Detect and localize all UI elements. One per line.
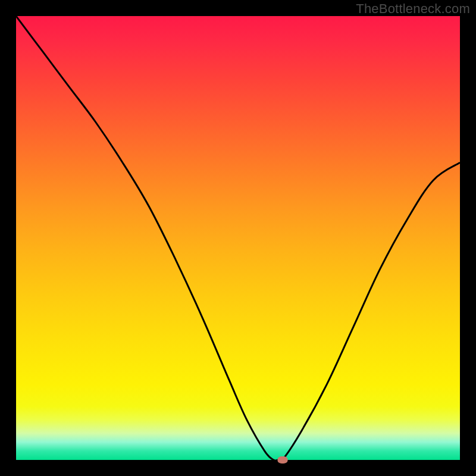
bottleneck-curve-path	[16, 16, 460, 460]
bottleneck-curve-layer	[16, 16, 460, 460]
chart-stage: TheBottleneck.com	[0, 0, 476, 476]
optimal-point-marker	[277, 456, 287, 464]
watermark-text: TheBottleneck.com	[356, 1, 470, 17]
plot-area	[16, 16, 460, 460]
